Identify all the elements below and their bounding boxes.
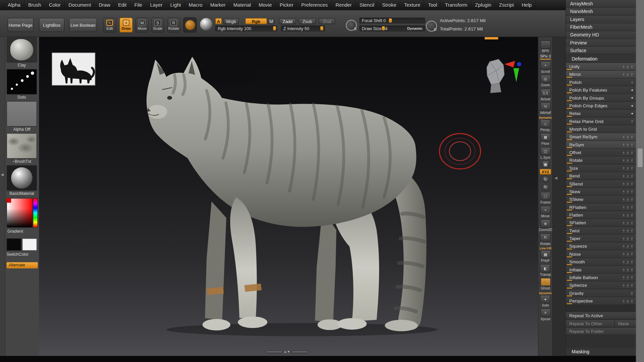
- color-picker[interactable]: Gradient: [7, 198, 37, 235]
- stroke-selector[interactable]: Dots: [7, 69, 37, 100]
- secondary-color-swatch[interactable]: [22, 238, 37, 251]
- axis-z-toggle[interactable]: z: [630, 213, 633, 217]
- menu-color[interactable]: Color: [45, 0, 65, 10]
- axis-toggles[interactable]: xyz: [622, 174, 633, 178]
- masking-header[interactable]: Masking: [566, 348, 636, 356]
- focal-shift-slider[interactable]: Focal Shift 0: [359, 18, 425, 23]
- axis-x-toggle[interactable]: x: [622, 252, 625, 256]
- axis-z-toggle[interactable]: z: [630, 190, 633, 194]
- axis-y-toggle[interactable]: y: [626, 275, 629, 279]
- menu-brush[interactable]: Brush: [24, 0, 45, 10]
- move-button[interactable]: M Move: [136, 18, 149, 32]
- rgb-intensity-handle[interactable]: [273, 26, 276, 30]
- axis-toggles[interactable]: xyz: [622, 205, 633, 209]
- axis-y-toggle[interactable]: y: [630, 291, 633, 295]
- menu-marker[interactable]: Marker: [206, 0, 229, 10]
- shelf-zoom3d-button[interactable]: ⊕Zoom3D: [539, 220, 552, 232]
- deformation-size[interactable]: Sizexyz: [566, 164, 636, 172]
- texture-selector[interactable]: ~BrushTxt: [7, 133, 37, 164]
- deformation-squeeze[interactable]: Squeezexyz: [566, 242, 636, 250]
- shelf-actual-button[interactable]: 1:1Actual: [540, 89, 551, 101]
- rgb-button[interactable]: Rgb: [245, 18, 267, 24]
- deformation-mirror[interactable]: Mirrorxyz: [566, 71, 636, 78]
- zcut-button[interactable]: Zcut: [319, 18, 335, 24]
- deformation-flatten[interactable]: Flattenxyz: [566, 211, 636, 219]
- deformation-smart-resym[interactable]: Smart ReSymxyz: [566, 133, 636, 141]
- axis-y-toggle[interactable]: y: [626, 221, 629, 225]
- axis-x-toggle[interactable]: x: [622, 182, 625, 186]
- axis-toggles[interactable]: xyz: [622, 150, 633, 154]
- zsub-button[interactable]: Zsub: [299, 18, 316, 24]
- deformation-inflate[interactable]: Inflatexyz: [566, 266, 636, 274]
- axis-z-toggle[interactable]: z: [630, 197, 633, 201]
- menu-layer[interactable]: Layer: [146, 0, 166, 10]
- repeat-to-active-button[interactable]: Repeat To Active: [566, 312, 636, 319]
- axis-x-toggle[interactable]: x: [622, 143, 625, 147]
- axis-x-toggle[interactable]: x: [622, 166, 625, 170]
- lightbox-button[interactable]: LightBox: [39, 18, 64, 32]
- axis-toggles[interactable]: xyz: [622, 252, 633, 256]
- deformation-polish-by-groups[interactable]: Polish By Groups●: [566, 94, 636, 102]
- draw-button[interactable]: + Draw: [120, 18, 133, 32]
- axis-y-toggle[interactable]: y: [626, 260, 629, 264]
- shelf-poseable-symmetry-button[interactable]: ↻: [542, 184, 549, 191]
- axis-x-toggle[interactable]: x: [622, 158, 625, 162]
- focal-shift-handle[interactable]: [389, 18, 392, 22]
- deformation-header[interactable]: Deformation: [566, 55, 636, 63]
- menu-transform[interactable]: Transform: [441, 0, 471, 10]
- mrgb-button[interactable]: Mrgb: [223, 18, 238, 24]
- axis-z-toggle[interactable]: z: [630, 275, 633, 279]
- axis-z-toggle[interactable]: z: [630, 150, 633, 154]
- menu-preferences[interactable]: Preferences: [298, 0, 332, 10]
- material-preview-button[interactable]: [200, 18, 212, 30]
- axis-y-toggle[interactable]: y: [626, 197, 629, 201]
- m-button[interactable]: M: [268, 18, 275, 24]
- axis-toggles[interactable]: xyz: [622, 182, 633, 186]
- axis-z-toggle[interactable]: z: [630, 72, 633, 76]
- axis-z-toggle[interactable]: z: [630, 283, 633, 287]
- shelf-symmetry-cube-button[interactable]: ▣: [542, 161, 549, 167]
- document-canvas[interactable]: ▲▼: [39, 37, 538, 356]
- material-selector[interactable]: BasicMaterial: [7, 165, 37, 196]
- scale-button[interactable]: S Scale: [151, 18, 164, 32]
- menu-document[interactable]: Document: [65, 0, 95, 10]
- axis-y-toggle[interactable]: y: [626, 65, 629, 69]
- deformation-sflatten[interactable]: SFlattenxyz: [566, 219, 636, 227]
- menu-alpha[interactable]: Alpha: [4, 0, 24, 10]
- repeat-to-other-button[interactable]: Repeat To Other: [566, 319, 614, 327]
- shelf-spix-button[interactable]: SPix 3: [540, 54, 551, 59]
- deformation-morph-to-grid[interactable]: Morph to Grid: [566, 125, 636, 133]
- deformation-relax-plane-grid[interactable]: Relax Plane Grid○: [566, 118, 636, 125]
- axis-y-toggle[interactable]: y: [626, 190, 629, 194]
- deformation-bend[interactable]: Bendxyz: [566, 172, 636, 180]
- shelf-scroll-button[interactable]: +Scroll: [540, 61, 551, 74]
- menu-tool[interactable]: Tool: [425, 0, 441, 10]
- brush-selector[interactable]: Clay: [7, 37, 37, 68]
- shelf-rotate-canvas-button[interactable]: ↻Rotate: [540, 233, 551, 246]
- deformation-resym[interactable]: ReSymxyz: [566, 141, 636, 149]
- axis-toggles[interactable]: xyz: [622, 65, 633, 69]
- alpha-channel-button[interactable]: A: [215, 18, 222, 24]
- deformation-gravity[interactable]: Gravityy: [566, 289, 636, 297]
- shelf-local-symmetry-button[interactable]: ◫L.Sym: [540, 147, 551, 159]
- axis-y-toggle[interactable]: y: [626, 158, 629, 162]
- axis-z-toggle[interactable]: z: [630, 244, 633, 248]
- axis-y-toggle[interactable]: y: [626, 236, 629, 240]
- axis-z-toggle[interactable]: z: [630, 205, 633, 209]
- axis-toggles[interactable]: y: [630, 291, 633, 295]
- axis-x-toggle[interactable]: x: [622, 244, 625, 248]
- axis-toggles[interactable]: xyz: [622, 197, 633, 201]
- alternate-button[interactable]: Alternate: [7, 262, 38, 268]
- axis-x-toggle[interactable]: x: [622, 197, 625, 201]
- palette-section-surface[interactable]: Surface: [566, 47, 636, 54]
- main-color-swatch[interactable]: [7, 238, 21, 251]
- gradient-label[interactable]: Gradient: [7, 229, 23, 234]
- shelf-zoom-doc-button[interactable]: ◎Zoom: [540, 75, 551, 87]
- deformation-sskew[interactable]: SSkewxyz: [566, 196, 636, 203]
- menu-stencil[interactable]: Stencil: [356, 0, 378, 10]
- axis-x-toggle[interactable]: x: [622, 221, 625, 225]
- axis-y-toggle[interactable]: y: [626, 252, 629, 256]
- menu-zscript[interactable]: Zscript: [495, 0, 518, 10]
- axis-toggles[interactable]: xyz: [622, 72, 633, 76]
- menu-macro[interactable]: Macro: [185, 0, 206, 10]
